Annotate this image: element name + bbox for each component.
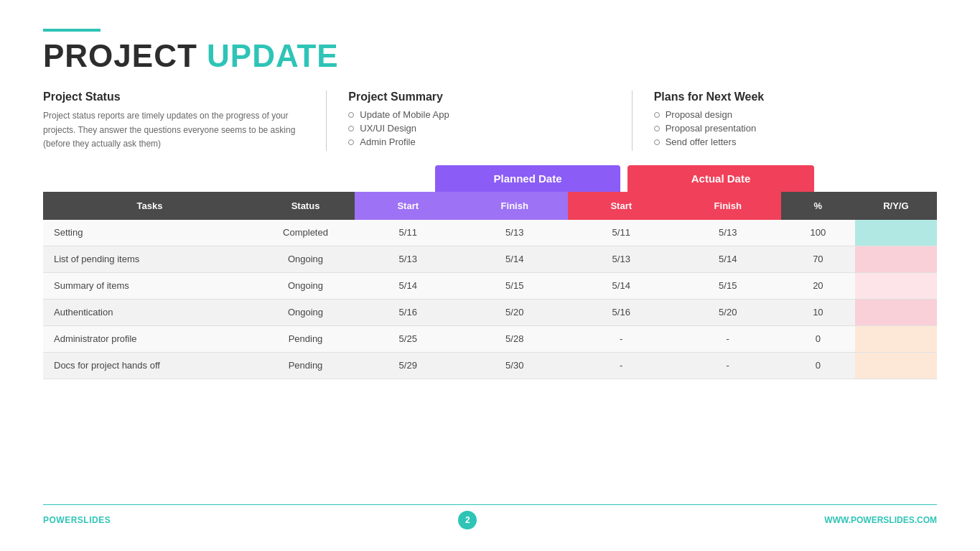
th-actual-finish: Finish (674, 192, 780, 220)
table-cell: 5/15 (674, 272, 780, 299)
project-summary-list: Update of Mobile App UX/UI Design Admin … (348, 109, 610, 147)
th-actual-start: Start (568, 192, 674, 220)
list-item: Proposal design (654, 109, 915, 120)
list-item: UX/UI Design (348, 123, 610, 134)
table-cell: 0 (781, 352, 855, 379)
bullet-icon (348, 126, 354, 131)
table-header-row: Tasks Status Start Finish Start Finish %… (43, 192, 937, 220)
page: PROJECT UPDATE Project Status Project st… (0, 0, 980, 551)
th-planned-start: Start (355, 192, 461, 220)
table-cell: 5/14 (568, 272, 674, 299)
actual-date-header: Actual Date (627, 165, 814, 192)
list-item: Update of Mobile App (348, 109, 610, 120)
ryg-cell (855, 352, 937, 379)
footer-brand: POWERSLIDES (43, 515, 111, 525)
table-cell: Docs for project hands off (43, 352, 256, 379)
bullet-icon (348, 112, 354, 118)
table-cell: 5/15 (462, 272, 568, 299)
ryg-cell (855, 246, 937, 272)
list-item: Admin Profile (348, 136, 610, 147)
table-row: Summary of itemsOngoing5/145/155/145/152… (43, 272, 937, 299)
brand-teal: SLIDES (78, 515, 111, 525)
title-teal: UPDATE (207, 38, 339, 73)
table-cell: Administrator profile (43, 325, 256, 352)
table-cell: 5/30 (462, 352, 568, 379)
table-cell: Pending (256, 325, 355, 352)
table-cell: Ongoing (256, 299, 355, 325)
ryg-cell (855, 272, 937, 299)
table-row: List of pending itemsOngoing5/135/145/13… (43, 246, 937, 272)
info-col-plans-next-week: Plans for Next Week Proposal design Prop… (632, 91, 937, 151)
table-cell: 5/28 (462, 325, 568, 352)
plans-next-week-title: Plans for Next Week (654, 91, 915, 103)
th-planned-finish: Finish (462, 192, 568, 220)
footer-website: WWW.POWERSLIDES.COM (824, 515, 937, 525)
table-cell: 5/16 (568, 299, 674, 325)
table-cell: Ongoing (256, 272, 355, 299)
bullet-icon (654, 139, 660, 145)
project-summary-title: Project Summary (348, 91, 610, 103)
table-cell: Ongoing (256, 246, 355, 272)
table-cell: 5/11 (568, 220, 674, 246)
planned-date-header: Planned Date (435, 165, 620, 192)
list-item: Send offer letters (654, 136, 915, 147)
table-cell: Summary of items (43, 272, 256, 299)
table-cell: 5/20 (462, 299, 568, 325)
brand-black: POWER (43, 515, 78, 525)
table-cell: 5/13 (568, 246, 674, 272)
table-cell: 5/11 (355, 220, 461, 246)
table-cell: Authentication (43, 299, 256, 325)
table-cell: Completed (256, 220, 355, 246)
table-cell: 0 (781, 325, 855, 352)
table-cell: - (568, 325, 674, 352)
project-status-title: Project Status (43, 91, 304, 103)
table-cell: 20 (781, 272, 855, 299)
title-black: PROJECT (43, 38, 207, 73)
table-cell: 100 (781, 220, 855, 246)
table-cell: 70 (781, 246, 855, 272)
bullet-icon (654, 126, 660, 131)
main-table: Tasks Status Start Finish Start Finish %… (43, 192, 937, 379)
table-row: Docs for project hands offPending5/295/3… (43, 352, 937, 379)
th-percent: % (781, 192, 855, 220)
ryg-cell (855, 299, 937, 325)
header-bar (43, 29, 101, 32)
bullet-icon (654, 112, 660, 118)
table-cell: 5/29 (355, 352, 461, 379)
table-cell: 5/13 (674, 220, 780, 246)
table-cell: 5/14 (462, 246, 568, 272)
footer: POWERSLIDES 2 WWW.POWERSLIDES.COM (43, 504, 937, 529)
table-cell: - (674, 325, 780, 352)
table-cell: Setting (43, 220, 256, 246)
table-section: Planned Date Actual Date Tasks Status St… (43, 165, 937, 496)
ryg-cell (855, 220, 937, 246)
table-cell: 5/14 (674, 246, 780, 272)
th-ryg: R/Y/G (855, 192, 937, 220)
table-row: Administrator profilePending5/255/28--0 (43, 325, 937, 352)
table-cell: 5/13 (355, 246, 461, 272)
table-cell: List of pending items (43, 246, 256, 272)
plans-next-week-list: Proposal design Proposal presentation Se… (654, 109, 915, 147)
table-body: SettingCompleted5/115/135/115/13100List … (43, 220, 937, 379)
table-cell: 5/13 (462, 220, 568, 246)
date-headers: Planned Date Actual Date (312, 165, 937, 192)
table-cell: 5/25 (355, 325, 461, 352)
info-col-project-summary: Project Summary Update of Mobile App UX/… (326, 91, 631, 151)
page-title: PROJECT UPDATE (43, 39, 937, 73)
table-cell: - (568, 352, 674, 379)
project-status-text: Project status reports are timely update… (43, 109, 304, 151)
table-row: AuthenticationOngoing5/165/205/165/2010 (43, 299, 937, 325)
footer-page-number: 2 (458, 511, 477, 529)
table-cell: 5/20 (674, 299, 780, 325)
th-status: Status (256, 192, 355, 220)
table-cell: - (674, 352, 780, 379)
table-cell: 10 (781, 299, 855, 325)
table-cell: Pending (256, 352, 355, 379)
table-row: SettingCompleted5/115/135/115/13100 (43, 220, 937, 246)
th-tasks: Tasks (43, 192, 256, 220)
ryg-cell (855, 325, 937, 352)
bullet-icon (348, 139, 354, 145)
table-cell: 5/16 (355, 299, 461, 325)
table-cell: 5/14 (355, 272, 461, 299)
list-item: Proposal presentation (654, 123, 915, 134)
